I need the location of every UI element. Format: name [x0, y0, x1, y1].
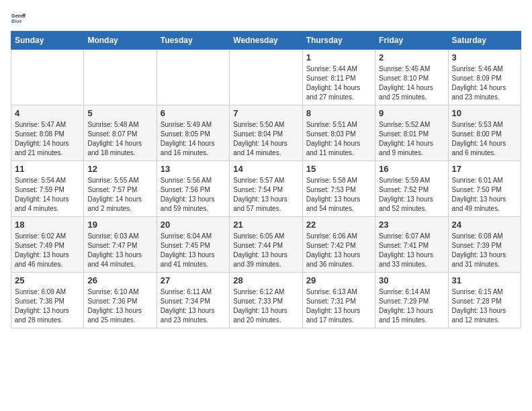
cell-info-text: Sunrise: 6:08 AMSunset: 7:39 PMDaylight:… [452, 232, 517, 269]
calendar-cell: 11Sunrise: 5:54 AMSunset: 7:59 PMDayligh… [11, 161, 84, 217]
cell-date-number: 20 [161, 220, 226, 230]
cell-date-number: 27 [161, 275, 226, 285]
cell-info-text: Sunrise: 5:57 AMSunset: 7:54 PMDaylight:… [233, 176, 298, 214]
cell-info-text: Sunrise: 5:51 AMSunset: 8:03 PMDaylight:… [306, 120, 371, 158]
logo-icon: General Blue [11, 11, 26, 26]
calendar-week-row: 25Sunrise: 6:09 AMSunset: 7:38 PMDayligh… [11, 273, 521, 328]
calendar-cell: 5Sunrise: 5:48 AMSunset: 8:07 PMDaylight… [84, 105, 157, 161]
cell-date-number: 5 [87, 108, 152, 118]
cell-date-number: 16 [379, 164, 444, 174]
col-header-saturday: Saturday [448, 32, 521, 50]
calendar-cell [84, 50, 157, 105]
cell-info-text: Sunrise: 5:45 AMSunset: 8:10 PMDaylight:… [379, 64, 444, 102]
cell-info-text: Sunrise: 6:07 AMSunset: 7:41 PMDaylight:… [379, 232, 444, 269]
cell-date-number: 9 [379, 108, 444, 118]
cell-date-number: 23 [379, 220, 444, 230]
cell-date-number: 15 [306, 164, 371, 174]
calendar-cell: 18Sunrise: 6:02 AMSunset: 7:49 PMDayligh… [11, 217, 84, 273]
cell-info-text: Sunrise: 6:05 AMSunset: 7:44 PMDaylight:… [233, 232, 298, 269]
cell-date-number: 8 [306, 108, 371, 118]
calendar-cell [11, 50, 84, 105]
calendar-cell: 31Sunrise: 6:15 AMSunset: 7:28 PMDayligh… [448, 273, 521, 328]
cell-date-number: 1 [306, 52, 371, 62]
cell-date-number: 26 [87, 275, 152, 285]
cell-info-text: Sunrise: 6:11 AMSunset: 7:34 PMDaylight:… [161, 287, 226, 325]
cell-info-text: Sunrise: 5:59 AMSunset: 7:52 PMDaylight:… [379, 176, 444, 214]
cell-date-number: 28 [233, 275, 298, 285]
col-header-thursday: Thursday [302, 32, 375, 50]
calendar-week-row: 18Sunrise: 6:02 AMSunset: 7:49 PMDayligh… [11, 217, 521, 273]
calendar-cell: 15Sunrise: 5:58 AMSunset: 7:53 PMDayligh… [302, 161, 375, 217]
cell-info-text: Sunrise: 5:58 AMSunset: 7:53 PMDaylight:… [306, 176, 371, 214]
cell-date-number: 18 [15, 220, 80, 230]
calendar-cell: 23Sunrise: 6:07 AMSunset: 7:41 PMDayligh… [375, 217, 448, 273]
cell-info-text: Sunrise: 5:50 AMSunset: 8:04 PMDaylight:… [233, 120, 298, 158]
calendar-cell: 21Sunrise: 6:05 AMSunset: 7:44 PMDayligh… [230, 217, 302, 273]
cell-info-text: Sunrise: 6:02 AMSunset: 7:49 PMDaylight:… [15, 232, 80, 269]
calendar-week-row: 1Sunrise: 5:44 AMSunset: 8:11 PMDaylight… [11, 50, 521, 105]
cell-info-text: Sunrise: 6:01 AMSunset: 7:50 PMDaylight:… [452, 176, 517, 214]
cell-info-text: Sunrise: 6:15 AMSunset: 7:28 PMDaylight:… [452, 287, 517, 325]
cell-date-number: 7 [233, 108, 298, 118]
cell-info-text: Sunrise: 5:52 AMSunset: 8:01 PMDaylight:… [379, 120, 444, 158]
cell-date-number: 17 [452, 164, 517, 174]
calendar-cell: 16Sunrise: 5:59 AMSunset: 7:52 PMDayligh… [375, 161, 448, 217]
cell-date-number: 12 [87, 164, 152, 174]
cell-date-number: 13 [161, 164, 226, 174]
logo: General Blue [11, 11, 26, 26]
cell-date-number: 19 [87, 220, 152, 230]
calendar-cell: 14Sunrise: 5:57 AMSunset: 7:54 PMDayligh… [230, 161, 302, 217]
calendar-week-row: 4Sunrise: 5:47 AMSunset: 8:08 PMDaylight… [11, 105, 521, 161]
cell-info-text: Sunrise: 6:10 AMSunset: 7:36 PMDaylight:… [87, 287, 152, 325]
cell-date-number: 31 [452, 275, 517, 285]
calendar-cell: 9Sunrise: 5:52 AMSunset: 8:01 PMDaylight… [375, 105, 448, 161]
cell-date-number: 24 [452, 220, 517, 230]
cell-info-text: Sunrise: 5:44 AMSunset: 8:11 PMDaylight:… [306, 64, 371, 102]
cell-info-text: Sunrise: 6:12 AMSunset: 7:33 PMDaylight:… [233, 287, 298, 325]
calendar-cell: 13Sunrise: 5:56 AMSunset: 7:56 PMDayligh… [157, 161, 229, 217]
cell-date-number: 2 [379, 52, 444, 62]
calendar-cell: 1Sunrise: 5:44 AMSunset: 8:11 PMDaylight… [302, 50, 375, 105]
col-header-tuesday: Tuesday [157, 32, 229, 50]
cell-info-text: Sunrise: 5:49 AMSunset: 8:05 PMDaylight:… [161, 120, 226, 158]
cell-date-number: 21 [233, 220, 298, 230]
calendar-cell: 26Sunrise: 6:10 AMSunset: 7:36 PMDayligh… [84, 273, 157, 328]
cell-date-number: 25 [15, 275, 80, 285]
cell-info-text: Sunrise: 6:09 AMSunset: 7:38 PMDaylight:… [15, 287, 80, 325]
cell-info-text: Sunrise: 5:47 AMSunset: 8:08 PMDaylight:… [15, 120, 80, 158]
col-header-friday: Friday [375, 32, 448, 50]
cell-info-text: Sunrise: 5:46 AMSunset: 8:09 PMDaylight:… [452, 64, 517, 102]
page-header: General Blue [11, 11, 521, 26]
calendar-cell: 27Sunrise: 6:11 AMSunset: 7:34 PMDayligh… [157, 273, 229, 328]
cell-date-number: 22 [306, 220, 371, 230]
cell-info-text: Sunrise: 5:54 AMSunset: 7:59 PMDaylight:… [15, 176, 80, 214]
cell-info-text: Sunrise: 6:03 AMSunset: 7:47 PMDaylight:… [87, 232, 152, 269]
calendar-cell: 10Sunrise: 5:53 AMSunset: 8:00 PMDayligh… [448, 105, 521, 161]
calendar-cell: 3Sunrise: 5:46 AMSunset: 8:09 PMDaylight… [448, 50, 521, 105]
calendar-week-row: 11Sunrise: 5:54 AMSunset: 7:59 PMDayligh… [11, 161, 521, 217]
calendar-cell [157, 50, 229, 105]
cell-info-text: Sunrise: 6:04 AMSunset: 7:45 PMDaylight:… [161, 232, 226, 269]
cell-info-text: Sunrise: 5:48 AMSunset: 8:07 PMDaylight:… [87, 120, 152, 158]
calendar-cell [230, 50, 302, 105]
cell-date-number: 14 [233, 164, 298, 174]
calendar-header-row: SundayMondayTuesdayWednesdayThursdayFrid… [11, 32, 521, 50]
calendar-cell: 20Sunrise: 6:04 AMSunset: 7:45 PMDayligh… [157, 217, 229, 273]
calendar-cell: 25Sunrise: 6:09 AMSunset: 7:38 PMDayligh… [11, 273, 84, 328]
col-header-sunday: Sunday [11, 32, 84, 50]
cell-date-number: 10 [452, 108, 517, 118]
col-header-wednesday: Wednesday [230, 32, 302, 50]
svg-text:Blue: Blue [11, 19, 22, 24]
cell-date-number: 6 [161, 108, 226, 118]
cell-date-number: 30 [379, 275, 444, 285]
calendar-cell: 12Sunrise: 5:55 AMSunset: 7:57 PMDayligh… [84, 161, 157, 217]
calendar-cell: 7Sunrise: 5:50 AMSunset: 8:04 PMDaylight… [230, 105, 302, 161]
calendar-table: SundayMondayTuesdayWednesdayThursdayFrid… [11, 31, 521, 328]
cell-date-number: 3 [452, 52, 517, 62]
col-header-monday: Monday [84, 32, 157, 50]
cell-info-text: Sunrise: 5:53 AMSunset: 8:00 PMDaylight:… [452, 120, 517, 158]
calendar-cell: 17Sunrise: 6:01 AMSunset: 7:50 PMDayligh… [448, 161, 521, 217]
calendar-cell: 4Sunrise: 5:47 AMSunset: 8:08 PMDaylight… [11, 105, 84, 161]
cell-info-text: Sunrise: 5:55 AMSunset: 7:57 PMDaylight:… [87, 176, 152, 214]
cell-date-number: 29 [306, 275, 371, 285]
